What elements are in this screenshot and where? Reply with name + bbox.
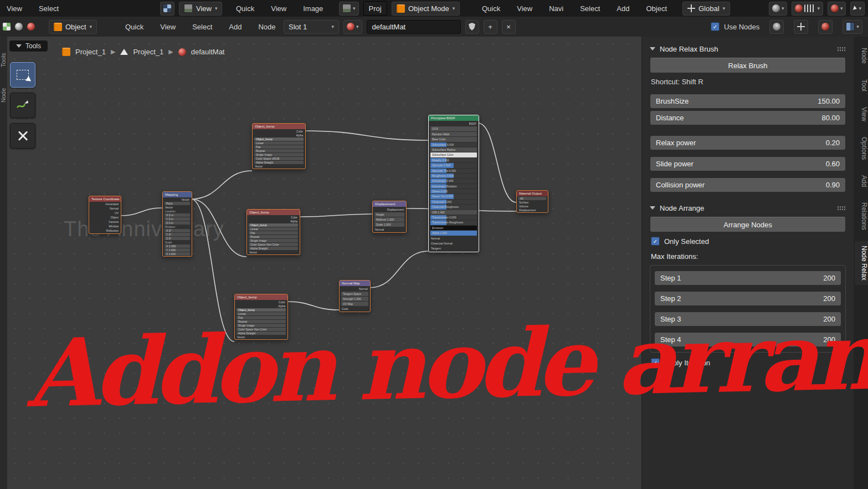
menu-item[interactable]: View (516, 4, 533, 13)
node-principled-bsdf[interactable]: Principled BSDFBSDFGGXRandom WalkBase Co… (428, 115, 479, 252)
node-row[interactable]: Height (374, 212, 404, 217)
node-row[interactable]: Normal (340, 287, 370, 291)
breadcrumb-object[interactable]: Project_1 (75, 48, 106, 56)
node-row[interactable]: IOR 1.450 (430, 210, 477, 215)
node-row[interactable]: UV (89, 211, 121, 215)
node-row[interactable]: Clearcoat Roughness (430, 205, 477, 209)
proportional-edit-button[interactable]: ▾ (769, 2, 788, 16)
node-row[interactable]: Color (253, 130, 305, 133)
use-nodes-toggle[interactable]: Use Nodes (711, 22, 759, 31)
node-row[interactable]: Location (163, 210, 192, 213)
left-tab-node[interactable]: Node (0, 80, 7, 111)
pin-button[interactable] (769, 20, 784, 34)
node-row[interactable]: Repeat (249, 235, 298, 238)
node-row[interactable]: Color (247, 216, 300, 219)
sidebar-tab[interactable]: Node Relax (855, 241, 868, 285)
node-row[interactable]: Transmission Roughness (430, 220, 477, 225)
image-selector-button[interactable]: ▾ (339, 2, 359, 16)
sidebar-tab[interactable]: Relations (855, 198, 868, 235)
node-row[interactable]: Single Image (254, 153, 304, 156)
node-row[interactable]: Color Space sRGB (254, 157, 304, 160)
node-normal-map[interactable]: Normal MapNormalTangent SpaceStrength 1.… (339, 280, 371, 312)
node-row[interactable]: BSDF (429, 121, 479, 126)
sidebar-tab[interactable]: Add (855, 171, 868, 191)
node-texture-coordinate[interactable]: Texture CoordinateGeneratedNormalUVObjec… (89, 196, 121, 234)
material-name-field[interactable]: defaultMat (367, 20, 461, 34)
step-field[interactable]: Step 3200 (654, 312, 841, 327)
node-row[interactable]: X 0 m (165, 213, 190, 217)
step-field[interactable]: Step 1200 (654, 271, 841, 286)
node-row[interactable]: Strength 1.000 (341, 297, 368, 301)
sidebar-tab[interactable]: Node (855, 43, 868, 68)
node-row[interactable]: Color (235, 300, 287, 304)
node-row[interactable]: Color (340, 307, 370, 311)
annotate-tool-button[interactable] (10, 93, 35, 118)
sidebar-tab[interactable]: Tool (855, 75, 868, 96)
view-dropdown[interactable]: View ▾ (179, 2, 222, 16)
node-title[interactable]: Material Output (517, 191, 548, 196)
node-row[interactable]: Linear (249, 227, 298, 231)
node-title[interactable]: Object_bump (253, 124, 305, 129)
menu-item[interactable]: Quick (481, 4, 501, 13)
box-select-tool-button[interactable] (10, 62, 35, 88)
node-row[interactable]: Clearcoat 0.000 (430, 200, 477, 204)
node-row[interactable]: Single Image (237, 324, 286, 327)
node-row[interactable]: Alpha (247, 220, 300, 223)
node-row[interactable]: Y 0 m (165, 217, 190, 221)
unlink-material-button[interactable]: × (502, 20, 516, 34)
parent-node-button[interactable] (794, 20, 808, 34)
node-row[interactable]: Flat (237, 316, 286, 319)
menu-item[interactable]: Quick (124, 23, 145, 31)
node-row[interactable]: X 0° (165, 229, 190, 232)
node-title[interactable]: Normal Map (340, 281, 370, 286)
node-row[interactable]: Point (165, 202, 190, 205)
node-row[interactable]: Z 0° (165, 237, 190, 240)
node-arrange-panel-header[interactable]: Node Arrange (650, 201, 846, 215)
node-row[interactable]: Generated (89, 202, 121, 206)
node-row[interactable]: Displacement (373, 207, 406, 212)
breadcrumb-mesh[interactable]: Project_1 (133, 48, 163, 56)
node-row[interactable]: GGX (430, 126, 477, 131)
node-row[interactable]: Clearcoat Normal (429, 241, 479, 246)
node-image-texture-3[interactable]: Object_bumpColorAlphaObject_bumpLinearFl… (234, 294, 288, 340)
shader-editor-icon[interactable] (15, 23, 23, 30)
menu-item[interactable]: View (270, 4, 287, 13)
proj-tab[interactable]: Proj (363, 1, 387, 16)
relax-brush-button[interactable]: Relax Brush (650, 58, 846, 73)
node-row[interactable]: Normal (89, 207, 121, 211)
node-image-texture-2[interactable]: Object_bumpColorAlphaObject_bumpLinearFl… (246, 209, 300, 255)
node-row[interactable]: Reflection (89, 229, 121, 233)
fake-user-button[interactable] (465, 20, 479, 34)
node-row[interactable]: Specular 0.500 (430, 163, 477, 167)
menu-item[interactable]: Image (302, 4, 324, 13)
node-row[interactable]: Camera (89, 220, 121, 224)
node-row[interactable]: Subsurface Color (430, 152, 477, 157)
node-row[interactable]: Subsurface Radius (430, 147, 477, 152)
node-row[interactable]: Linear (254, 141, 304, 145)
menu-item[interactable]: Node (257, 23, 276, 31)
node-row[interactable]: Alpha (235, 304, 287, 308)
node-row[interactable]: Flat (254, 145, 304, 149)
node-title[interactable]: Displacement (373, 201, 406, 207)
node-row[interactable]: Flat (249, 231, 298, 235)
value-slider[interactable]: Collision power0.90 (650, 177, 846, 192)
node-image-texture-1[interactable]: Object_bumpColorAlphaObject_bumpLinearFl… (252, 123, 306, 169)
node-row[interactable]: Y 1.000 (165, 248, 190, 252)
node-material-output[interactable]: Material OutputAllSurfaceVolumeDisplacem… (516, 190, 548, 213)
node-row[interactable]: Anisotropic Rotation (430, 184, 477, 189)
node-row[interactable]: Color Space Non-Color (237, 328, 286, 331)
node-displacement[interactable]: DisplacementDisplacementHeightMidlevel 1… (372, 201, 407, 233)
node-row[interactable]: Alpha 1.000 (430, 231, 477, 235)
menu-item[interactable]: Select (38, 4, 60, 13)
node-row[interactable]: Tangent (429, 246, 479, 251)
node-row[interactable]: Color Space Non-Color (249, 243, 298, 246)
node-row[interactable]: Sheen 0.000 (430, 189, 477, 193)
node-row[interactable]: Alpha Straight (237, 332, 286, 335)
node-row[interactable]: Vector (253, 165, 305, 168)
value-slider[interactable]: Slide power0.60 (650, 156, 846, 171)
menu-item[interactable]: Add (228, 23, 243, 31)
node-row[interactable]: Repeat (237, 320, 286, 323)
sidebar-tab[interactable]: Options (855, 133, 868, 164)
node-relax-panel-header[interactable]: Node Relax Brush (650, 42, 846, 55)
value-slider[interactable]: Relax power0.20 (650, 135, 846, 150)
